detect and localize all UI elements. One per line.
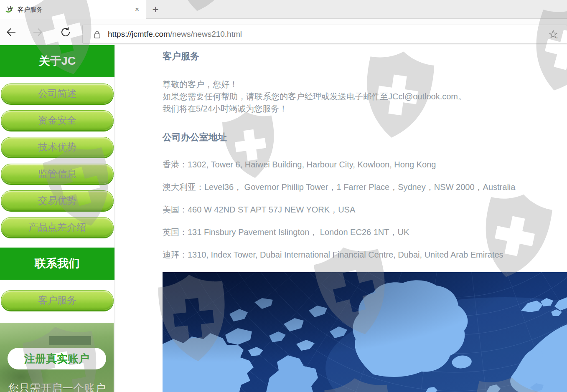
register-real-account-button[interactable]: 注册真实账户	[8, 348, 106, 369]
sidebar-divider	[114, 45, 115, 392]
office-line-dubai: 迪拜：1310, Index Tower, Dubai Internationa…	[163, 249, 503, 260]
greeting-line: 尊敬的客户，您好！	[163, 78, 466, 91]
office-line-usa: 美国：460 W 42ND ST APT 57J NEW YORK，USA	[163, 204, 355, 215]
sidebar-item-tech-advantage[interactable]: 技术优势	[1, 137, 114, 157]
back-icon[interactable]	[5, 26, 17, 38]
sidebar-item-regulation-info[interactable]: 监管信息	[1, 164, 114, 184]
url-path: /news/news210.html	[170, 30, 242, 38]
lock-icon	[94, 30, 101, 39]
greeting-line: 如果您需要任何帮助，请联系您的客户经理或发送电子邮件至JCcl@outlook.…	[163, 91, 466, 103]
browser-navbar: https://jcmtfe.com/news/news210.html +	[0, 19, 567, 45]
browser-tab[interactable]: 客户服务 ×	[0, 0, 146, 19]
office-line-australia: 澳大利亚：Level36， Governor Phillip Tower，1 F…	[163, 182, 515, 192]
sidebar-item-spread-intro[interactable]: 产品点差介绍	[1, 217, 114, 237]
greeting-line: 我们将在5/24小时竭诚为您服务！	[163, 103, 466, 115]
sidebar-item-trade-advantage[interactable]: 交易优势	[1, 190, 114, 210]
favorite-star-icon[interactable]: +	[548, 29, 559, 40]
office-line-hongkong: 香港：1302, Tower 6, Haiwei Building, Harbo…	[163, 159, 436, 170]
browser-tab-bar: 客户服务 × +	[0, 0, 567, 19]
close-tab-icon[interactable]: ×	[130, 0, 144, 19]
site-favicon-icon	[5, 5, 14, 14]
world-map-image	[163, 272, 567, 392]
new-tab-button[interactable]: +	[149, 3, 162, 16]
register-promo-banner: 注册真实账户 您只需开启一个账户	[0, 323, 114, 392]
promo-caption: 您只需开启一个账户	[0, 381, 114, 392]
refresh-icon[interactable]	[60, 26, 71, 38]
sidebar-item-company-overview[interactable]: 公司简述	[1, 83, 114, 104]
page-title: 客户服务	[163, 50, 199, 63]
tab-title: 客户服务	[18, 0, 43, 19]
star-plus-glyph: +	[556, 36, 558, 40]
url-text: https://jcmtfe.com/news/news210.html	[108, 25, 242, 43]
url-domain: https://jcmtfe.com	[108, 30, 170, 38]
office-line-uk: 英国：131 Finsbury Pavement Islington， Lond…	[163, 227, 409, 238]
url-address-bar[interactable]: https://jcmtfe.com/news/news210.html +	[82, 25, 567, 44]
page-content: 关于JC 公司简述 资金安全 技术优势 监管信息 交易优势 产品点差介绍 联系我…	[0, 45, 567, 392]
promo-photo-building	[49, 336, 91, 345]
sidebar-section-contact: 联系我们	[0, 248, 114, 280]
office-address-title: 公司办公室地址	[163, 131, 227, 144]
sidebar-item-customer-service[interactable]: 客户服务	[1, 290, 114, 310]
greeting-paragraph: 尊敬的客户，您好！ 如果您需要任何帮助，请联系您的客户经理或发送电子邮件至JCc…	[163, 78, 466, 115]
forward-icon[interactable]	[32, 26, 43, 38]
sidebar-item-fund-safety[interactable]: 资金安全	[1, 110, 114, 130]
sidebar-section-about: 关于JC	[0, 45, 114, 77]
